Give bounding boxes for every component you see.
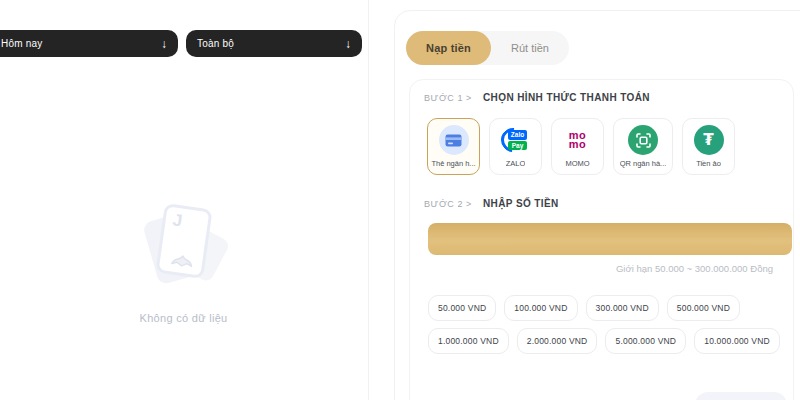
method-label: ZALO — [506, 159, 526, 168]
method-crypto[interactable]: ₮ Tiền ảo — [682, 118, 735, 175]
method-label: Thẻ ngân h... — [431, 159, 475, 168]
quick-amount-button[interactable]: 10.000.000 VND — [694, 328, 780, 354]
type-filter-label: Toàn bộ — [197, 38, 234, 49]
method-label: Tiền ảo — [696, 159, 721, 168]
deposit-panel: Nạp tiền Rút tiền BƯỚC 1 > CHỌN HÌNH THỨ… — [394, 10, 800, 400]
playing-card-icon: J — [136, 198, 232, 294]
amount-limit-note: Giới hạn 50.000 ~ 300.000.000 Đồng — [424, 263, 773, 274]
chevron-down-icon: ↓ — [161, 38, 167, 50]
method-qr-bank[interactable]: QR ngân hà... — [613, 118, 673, 175]
tab-deposit[interactable]: Nạp tiền — [406, 31, 491, 65]
empty-state-message: Không có dữ liệu — [0, 312, 367, 324]
method-zalopay[interactable]: Zalo Pay ZALO — [489, 118, 542, 175]
momo-icon: mo mo — [569, 125, 587, 155]
chevron-down-icon: ↓ — [345, 38, 351, 50]
method-label: MOMO — [565, 159, 589, 168]
step1-title: CHỌN HÌNH THỨC THANH TOÁN — [483, 92, 650, 103]
deposit-withdraw-tabs: Nạp tiền Rút tiền — [406, 31, 569, 65]
method-bank-card[interactable]: Thẻ ngân h... — [427, 118, 480, 175]
qr-scan-icon — [628, 125, 658, 155]
history-panel: Hôm nay ↓ Toàn bộ ↓ J Không có dữ liệu — [0, 0, 369, 400]
quick-amounts: 50.000 VND 100.000 VND 300.000 VND 500.0… — [428, 295, 800, 354]
zalopay-icon: Zalo Pay — [501, 125, 531, 155]
tether-icon: ₮ — [694, 125, 724, 155]
step1-header: BƯỚC 1 > CHỌN HÌNH THỨC THANH TOÁN — [424, 92, 783, 103]
card-suit-squiggle — [169, 251, 195, 268]
zalopay-zalo-text: Zalo — [508, 130, 527, 139]
card-front-shape: J — [155, 203, 212, 279]
step2-header: BƯỚC 2 > NHẬP SỐ TIỀN — [424, 198, 783, 209]
date-filter-dropdown[interactable]: Hôm nay ↓ — [0, 30, 178, 57]
step2-title: NHẬP SỐ TIỀN — [483, 198, 559, 209]
quick-amount-button[interactable]: 100.000 VND — [504, 295, 577, 321]
bank-card-icon — [439, 125, 469, 155]
card-letter: J — [171, 210, 183, 231]
type-filter-dropdown[interactable]: Toàn bộ ↓ — [186, 30, 362, 57]
quick-amount-button[interactable]: 500.000 VND — [667, 295, 740, 321]
zalopay-pay-text: Pay — [508, 141, 528, 150]
step2-prefix: BƯỚC 2 > — [424, 199, 472, 209]
quick-amount-button[interactable]: 5.000.000 VND — [605, 328, 686, 354]
tether-symbol: ₮ — [703, 133, 713, 148]
step1-prefix: BƯỚC 1 > — [424, 93, 472, 103]
deposit-form-card: BƯỚC 1 > CHỌN HÌNH THỨC THANH TOÁN Thẻ n… — [409, 79, 794, 400]
empty-state: J Không có dữ liệu — [0, 198, 367, 324]
amount-input[interactable] — [428, 223, 792, 255]
date-filter-label: Hôm nay — [1, 38, 42, 49]
tab-withdraw[interactable]: Rút tiền — [491, 31, 569, 65]
method-momo[interactable]: mo mo MOMO — [551, 118, 604, 175]
submit-button-partial[interactable] — [695, 392, 787, 400]
method-label: QR ngân hà... — [620, 159, 667, 168]
quick-amount-button[interactable]: 1.000.000 VND — [428, 328, 509, 354]
quick-amount-button[interactable]: 300.000 VND — [586, 295, 659, 321]
quick-amount-button[interactable]: 2.000.000 VND — [517, 328, 598, 354]
momo-text-line: mo — [569, 140, 587, 149]
payment-methods-row: Thẻ ngân h... Zalo Pay ZALO mo mo MOMO — [427, 118, 783, 175]
quick-amount-button[interactable]: 50.000 VND — [428, 295, 496, 321]
